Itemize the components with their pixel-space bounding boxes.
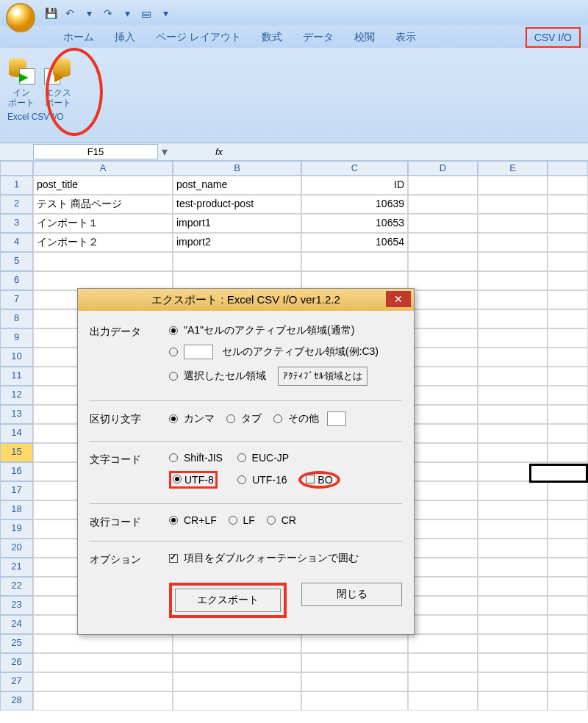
cell[interactable] bbox=[478, 653, 548, 672]
row-header-14[interactable]: 14 bbox=[0, 424, 33, 443]
row-header-16[interactable]: 16 bbox=[0, 462, 33, 481]
tab-review[interactable]: 校閲 bbox=[344, 27, 385, 48]
cell[interactable] bbox=[408, 252, 478, 271]
cell[interactable] bbox=[478, 500, 548, 519]
row-header-15[interactable]: 15 bbox=[0, 443, 33, 462]
tab-formula[interactable]: 数式 bbox=[251, 27, 293, 48]
row-header-2[interactable]: 2 bbox=[0, 195, 33, 214]
cell[interactable] bbox=[478, 424, 548, 443]
row-header-23[interactable]: 23 bbox=[0, 596, 33, 615]
check-bom[interactable] bbox=[306, 475, 315, 483]
cell[interactable] bbox=[478, 577, 548, 596]
row-header-19[interactable]: 19 bbox=[0, 519, 33, 539]
cell[interactable] bbox=[408, 596, 478, 615]
row-header-6[interactable]: 6 bbox=[0, 271, 33, 290]
cell[interactable] bbox=[478, 348, 548, 367]
cell[interactable] bbox=[173, 691, 301, 711]
cell[interactable] bbox=[548, 233, 588, 252]
cell[interactable] bbox=[173, 672, 301, 691]
radio-utf16[interactable] bbox=[237, 475, 246, 484]
cell[interactable] bbox=[408, 634, 478, 653]
qat-dd-icon[interactable]: ▾ bbox=[157, 5, 173, 21]
cell[interactable] bbox=[548, 691, 588, 711]
cell[interactable] bbox=[301, 252, 408, 271]
cell[interactable] bbox=[408, 176, 478, 195]
cell[interactable] bbox=[548, 672, 588, 691]
undo-dd-icon[interactable]: ▾ bbox=[81, 5, 97, 21]
tab-insert[interactable]: 挿入 bbox=[104, 27, 146, 48]
cell[interactable] bbox=[33, 691, 173, 711]
cell[interactable] bbox=[478, 672, 548, 691]
cell[interactable] bbox=[478, 328, 548, 348]
col-header-A[interactable]: A bbox=[33, 161, 173, 176]
namebox-dropdown-icon[interactable]: ▾ bbox=[158, 145, 171, 159]
cell[interactable] bbox=[478, 596, 548, 615]
radio-selection[interactable] bbox=[169, 372, 178, 381]
radio-crlf[interactable] bbox=[169, 516, 178, 525]
cell[interactable]: post_title bbox=[33, 176, 173, 195]
cell[interactable] bbox=[408, 691, 478, 711]
cell[interactable] bbox=[408, 386, 478, 405]
export-button[interactable]: エクスポート bbox=[175, 589, 281, 612]
cell[interactable] bbox=[548, 176, 588, 195]
cell[interactable]: post_name bbox=[173, 176, 301, 195]
cell[interactable] bbox=[478, 615, 548, 634]
cell[interactable] bbox=[408, 328, 478, 348]
cell[interactable]: 10653 bbox=[301, 214, 408, 233]
cell[interactable] bbox=[478, 233, 548, 252]
cell[interactable] bbox=[548, 596, 588, 615]
cell[interactable] bbox=[301, 672, 408, 691]
check-quote[interactable] bbox=[169, 554, 178, 563]
cell[interactable] bbox=[33, 252, 173, 271]
cell[interactable] bbox=[408, 500, 478, 519]
cell[interactable] bbox=[408, 672, 478, 691]
cell[interactable] bbox=[478, 214, 548, 233]
close-button[interactable]: ✕ bbox=[386, 291, 411, 307]
cell[interactable]: import2 bbox=[173, 233, 301, 252]
cell[interactable] bbox=[548, 271, 588, 290]
undo-icon[interactable]: ↶ bbox=[62, 5, 78, 21]
cell[interactable] bbox=[548, 443, 588, 462]
cell[interactable] bbox=[408, 271, 478, 290]
cell[interactable] bbox=[408, 348, 478, 367]
cell[interactable] bbox=[478, 176, 548, 195]
cell[interactable] bbox=[548, 481, 588, 500]
cell[interactable] bbox=[478, 252, 548, 271]
cell-ref-input[interactable] bbox=[184, 345, 213, 359]
cell[interactable] bbox=[548, 500, 588, 519]
row-header-1[interactable]: 1 bbox=[0, 176, 33, 195]
row-header-22[interactable]: 22 bbox=[0, 577, 33, 596]
cell[interactable]: import1 bbox=[173, 214, 301, 233]
radio-comma[interactable] bbox=[169, 414, 178, 423]
row-header-21[interactable]: 21 bbox=[0, 558, 33, 577]
cell[interactable] bbox=[408, 195, 478, 214]
cell[interactable] bbox=[548, 424, 588, 443]
row-header-11[interactable]: 11 bbox=[0, 367, 33, 386]
fx-label[interactable]: fx bbox=[171, 146, 237, 157]
cell[interactable] bbox=[33, 672, 173, 691]
row-header-17[interactable]: 17 bbox=[0, 481, 33, 500]
cell[interactable] bbox=[301, 691, 408, 711]
cell[interactable] bbox=[173, 634, 301, 653]
tab-data[interactable]: データ bbox=[293, 27, 344, 48]
save-icon[interactable]: 💾 bbox=[43, 5, 59, 21]
radio-euc[interactable] bbox=[237, 453, 246, 462]
col-header-C[interactable]: C bbox=[301, 161, 408, 176]
redo-icon[interactable]: ↷ bbox=[100, 5, 116, 21]
cell[interactable] bbox=[548, 214, 588, 233]
cell[interactable]: 10654 bbox=[301, 233, 408, 252]
redo-dd-icon[interactable]: ▾ bbox=[119, 5, 135, 21]
cell[interactable] bbox=[548, 348, 588, 367]
name-box[interactable]: F15 bbox=[33, 144, 158, 159]
cell[interactable] bbox=[478, 386, 548, 405]
row-header-12[interactable]: 12 bbox=[0, 386, 33, 405]
row-header-20[interactable]: 20 bbox=[0, 539, 33, 558]
cell[interactable] bbox=[408, 290, 478, 309]
cell[interactable] bbox=[173, 653, 301, 672]
cell[interactable] bbox=[408, 405, 478, 424]
cell[interactable] bbox=[408, 214, 478, 233]
cell[interactable] bbox=[478, 405, 548, 424]
cell[interactable] bbox=[33, 634, 173, 653]
cell[interactable]: インポート１ bbox=[33, 214, 173, 233]
cell[interactable] bbox=[301, 634, 408, 653]
